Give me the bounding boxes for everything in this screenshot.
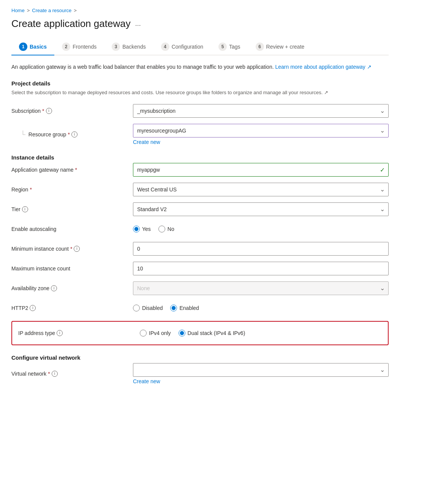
subscription-info-icon[interactable]: i xyxy=(46,108,52,114)
vnet-create-new[interactable]: Create new xyxy=(133,378,160,384)
indent-line: └ xyxy=(21,131,25,138)
http2-enabled-label: Enabled xyxy=(179,305,199,311)
breadcrumb-create-resource[interactable]: Create a resource xyxy=(32,8,71,13)
project-details-desc: Select the subscription to manage deploy… xyxy=(11,89,389,96)
autoscaling-no-option[interactable]: No xyxy=(158,226,174,232)
ip-address-type-highlighted: IP address type i IPv4 only Dual stack (… xyxy=(11,321,389,345)
external-link-icon: ↗ xyxy=(367,64,372,70)
http2-info-icon[interactable]: i xyxy=(30,305,36,311)
autoscaling-no-radio[interactable] xyxy=(158,226,165,232)
http2-control: Disabled Enabled xyxy=(133,305,389,311)
tier-row: Tier i Standard V2 xyxy=(11,202,389,216)
breadcrumb-home[interactable]: Home xyxy=(11,8,25,13)
tier-select-wrapper: Standard V2 xyxy=(133,202,389,216)
tab-review-create[interactable]: 6 Review + create xyxy=(248,39,312,55)
page-title-ellipsis[interactable]: ... xyxy=(135,20,141,28)
instance-details-section: Instance details Application gateway nam… xyxy=(11,154,389,345)
vnet-select[interactable] xyxy=(133,363,389,377)
resource-group-create-new[interactable]: Create new xyxy=(133,139,160,145)
gateway-name-label: Application gateway name * xyxy=(11,167,133,173)
ip-dual-radio[interactable] xyxy=(179,330,185,337)
ip-ipv4-option[interactable]: IPv4 only xyxy=(140,330,171,337)
tab-frontends[interactable]: 2 Frontends xyxy=(54,39,104,55)
min-instance-control xyxy=(133,242,389,256)
http2-enabled-radio[interactable] xyxy=(170,305,177,311)
autoscaling-yes-label: Yes xyxy=(142,226,151,232)
http2-disabled-label: Disabled xyxy=(142,305,163,311)
gateway-name-input[interactable] xyxy=(133,163,389,177)
autoscaling-row: Enable autoscaling Yes No xyxy=(11,222,389,236)
resource-group-control: myresourcegroupAG Create new xyxy=(133,124,389,145)
tier-select[interactable]: Standard V2 xyxy=(133,202,389,216)
availability-select[interactable]: None xyxy=(133,281,389,295)
ip-address-control: IPv4 only Dual stack (IPv4 & IPv6) xyxy=(140,330,382,337)
min-instance-row: Minimum instance count * i xyxy=(11,242,389,256)
resource-group-select-wrapper: myresourcegroupAG xyxy=(133,124,389,137)
subscription-control: _mysubscription xyxy=(133,104,389,118)
autoscaling-yes-radio[interactable] xyxy=(133,226,140,232)
region-row: Region * West Central US xyxy=(11,183,389,196)
http2-enabled-option[interactable]: Enabled xyxy=(170,305,199,311)
tab-frontends-label: Frontends xyxy=(73,44,96,50)
tier-control: Standard V2 xyxy=(133,202,389,216)
autoscaling-radio-group: Yes No xyxy=(133,226,389,232)
availability-info-icon[interactable]: i xyxy=(51,285,57,291)
subscription-select[interactable]: _mysubscription xyxy=(133,104,389,118)
instance-details-title: Instance details xyxy=(11,154,389,161)
subscription-row: Subscription * i _mysubscription xyxy=(11,104,389,118)
autoscaling-yes-option[interactable]: Yes xyxy=(133,226,151,232)
http2-label: HTTP2 i xyxy=(11,305,133,311)
subscription-label: Subscription * i xyxy=(11,108,133,114)
resource-group-label: └ Resource group * i xyxy=(11,131,133,138)
tab-basics-label: Basics xyxy=(30,44,47,50)
tab-backends[interactable]: 3 Backends xyxy=(104,39,153,55)
ip-ipv4-radio[interactable] xyxy=(140,330,147,337)
min-instance-label: Minimum instance count * i xyxy=(11,246,133,252)
tab-basics[interactable]: 1 Basics xyxy=(11,39,54,55)
availability-select-wrapper: None xyxy=(133,281,389,295)
ip-dual-option[interactable]: Dual stack (IPv4 & IPv6) xyxy=(179,330,245,337)
subscription-select-wrapper: _mysubscription xyxy=(133,104,389,118)
external-link-icon-2: ↗ xyxy=(324,90,328,95)
ip-address-label: IP address type i xyxy=(18,330,140,336)
page-title-container: Create application gateway ... xyxy=(11,18,389,30)
gateway-name-input-wrapper: ✓ xyxy=(133,163,389,177)
tab-tags[interactable]: 5 Tags xyxy=(211,39,248,55)
ip-type-info-icon[interactable]: i xyxy=(57,330,63,336)
tab-configuration[interactable]: 4 Configuration xyxy=(153,39,211,55)
resource-group-select[interactable]: myresourcegroupAG xyxy=(133,124,389,137)
min-instance-input[interactable] xyxy=(133,242,389,256)
page-title: Create application gateway xyxy=(11,18,131,30)
project-details-section: Project details Select the subscription … xyxy=(11,80,389,145)
availability-zone-row: Availability zone i None xyxy=(11,281,389,295)
tab-backends-number: 3 xyxy=(112,43,120,51)
availability-zone-control: None xyxy=(133,281,389,295)
availability-zone-label: Availability zone i xyxy=(11,285,133,291)
region-select[interactable]: West Central US xyxy=(133,183,389,196)
min-instance-info-icon[interactable]: i xyxy=(74,246,80,252)
ip-dual-label: Dual stack (IPv4 & IPv6) xyxy=(188,330,245,336)
tab-configuration-label: Configuration xyxy=(172,44,203,50)
resource-group-info-icon[interactable]: i xyxy=(71,131,77,137)
valid-checkmark-icon: ✓ xyxy=(380,166,385,173)
region-control: West Central US xyxy=(133,183,389,196)
autoscaling-label: Enable autoscaling xyxy=(11,226,133,232)
learn-more-link[interactable]: Learn more about application gateway ↗ xyxy=(275,64,371,70)
tier-info-icon[interactable]: i xyxy=(22,206,28,212)
vnet-label: Virtual network * i xyxy=(11,371,133,377)
tab-review-label: Review + create xyxy=(266,44,305,50)
tab-basics-number: 1 xyxy=(19,43,27,51)
ip-address-row: IP address type i IPv4 only Dual stack (… xyxy=(18,326,382,340)
vnet-info-icon[interactable]: i xyxy=(52,371,58,377)
tab-tags-label: Tags xyxy=(229,44,240,50)
autoscaling-control: Yes No xyxy=(133,226,389,232)
vnet-section: Configure virtual network Virtual networ… xyxy=(11,354,389,384)
gateway-name-required: * xyxy=(75,167,77,173)
http2-disabled-option[interactable]: Disabled xyxy=(133,305,163,311)
http2-disabled-radio[interactable] xyxy=(133,305,140,311)
autoscaling-no-label: No xyxy=(168,226,174,232)
ip-type-radio-group: IPv4 only Dual stack (IPv4 & IPv6) xyxy=(140,330,382,337)
breadcrumb-sep2: > xyxy=(74,8,77,13)
region-required: * xyxy=(30,186,32,193)
max-instance-input[interactable] xyxy=(133,262,389,275)
